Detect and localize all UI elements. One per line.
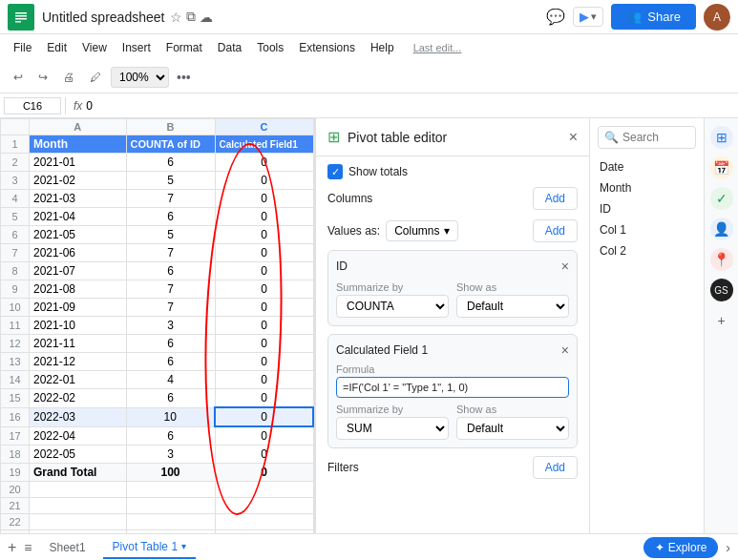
doc-title[interactable]: Untitled spreadsheet [42, 10, 164, 25]
count-cell[interactable]: 4 [126, 371, 215, 389]
month-cell[interactable]: 2021-09 [30, 299, 127, 317]
menu-extensions[interactable]: Extensions [293, 39, 361, 56]
field-id[interactable]: ID [598, 198, 696, 219]
sidebar-icon-add[interactable]: + [710, 309, 733, 332]
count-cell[interactable]: 7 [126, 299, 215, 317]
id-show-as-select[interactable]: Default [456, 295, 569, 318]
calc-cell[interactable]: 0 [215, 426, 313, 446]
month-cell[interactable]: 2021-05 [30, 226, 127, 244]
count-cell[interactable]: 10 [126, 407, 215, 426]
month-cell[interactable]: 2021-01 [30, 154, 127, 172]
month-cell[interactable]: 2021-11 [30, 335, 127, 353]
sheet-tab-pivot1[interactable]: Pivot Table 1 ▾ [103, 536, 197, 559]
menu-view[interactable]: View [76, 39, 113, 56]
right-arrow-icon[interactable]: › [726, 540, 730, 555]
count-cell[interactable]: 6 [126, 262, 215, 280]
formula-input-field[interactable]: =IF('Col 1' = "Type 1", 1, 0) [336, 377, 569, 398]
month-cell[interactable]: 2022-05 [30, 446, 127, 464]
fields-search-box[interactable]: 🔍 [598, 126, 696, 149]
count-cell[interactable]: 3 [126, 446, 215, 464]
calc-cell[interactable]: 0 [215, 262, 313, 280]
format-button[interactable]: 🖊 [84, 68, 107, 87]
print-button[interactable]: 🖨 [57, 68, 80, 87]
id-summarize-select[interactable]: COUNTA [336, 295, 449, 318]
menu-help[interactable]: Help [365, 39, 400, 56]
calc-cell[interactable]: 0 [215, 335, 313, 353]
month-cell[interactable]: 2021-08 [30, 280, 127, 299]
sheet-list-icon[interactable]: ≡ [24, 540, 32, 555]
month-cell[interactable]: 2021-10 [30, 317, 127, 335]
share-button[interactable]: 👥 Share [611, 4, 696, 30]
menu-format[interactable]: Format [160, 39, 208, 56]
count-cell[interactable]: 7 [126, 244, 215, 262]
calc-cell[interactable]: 0 [215, 389, 313, 408]
calc-cell[interactable]: 0 [215, 371, 313, 389]
menu-insert[interactable]: Insert [116, 39, 157, 56]
menu-data[interactable]: Data [212, 39, 247, 56]
calc-cell[interactable]: 0 [215, 407, 313, 426]
cell-reference-input[interactable]: C16 [4, 97, 61, 114]
count-cell[interactable]: 5 [126, 172, 215, 190]
more-options-icon[interactable]: ••• [177, 70, 191, 85]
sheet-tab-sheet1[interactable]: Sheet1 [40, 537, 95, 558]
pivot-close-button[interactable]: × [569, 129, 578, 146]
count-cell[interactable]: 6 [126, 426, 215, 446]
month-cell[interactable]: 2021-02 [30, 172, 127, 190]
calc-cell[interactable]: 0 [215, 226, 313, 244]
formula-input[interactable] [86, 99, 734, 113]
count-cell[interactable]: 6 [126, 208, 215, 226]
meet-btn[interactable]: ▶ ▾ [573, 7, 603, 27]
values-add-button[interactable]: Add [533, 219, 578, 242]
filters-add-button[interactable]: Add [533, 456, 578, 479]
show-totals-checkbox[interactable] [327, 164, 343, 179]
add-sheet-button[interactable]: + [8, 539, 16, 556]
count-cell[interactable]: 7 [126, 190, 215, 208]
sidebar-icon-calendar[interactable]: 📅 [710, 156, 733, 179]
calc-cell[interactable]: 0 [215, 299, 313, 317]
field-col1[interactable]: Col 1 [598, 219, 696, 240]
field-date[interactable]: Date [598, 156, 696, 177]
id-card-close-button[interactable]: × [561, 259, 569, 274]
zoom-selector[interactable]: 100% [111, 67, 169, 88]
sidebar-icon-check[interactable]: ✓ [710, 187, 733, 210]
calc-cell[interactable]: 0 [215, 208, 313, 226]
cloud-icon[interactable]: ☁ [200, 10, 213, 25]
field-month[interactable]: Month [598, 177, 696, 198]
last-edit[interactable]: Last edit... [408, 40, 468, 55]
calc-cell[interactable]: 0 [215, 172, 313, 190]
calc-cell[interactable]: 0 [215, 190, 313, 208]
values-as-dropdown[interactable]: Columns ▾ [386, 220, 457, 241]
avatar[interactable]: A [704, 4, 730, 31]
calc-cell[interactable]: 0 [215, 280, 313, 299]
folder-icon[interactable]: ⧉ [186, 9, 196, 25]
explore-button[interactable]: ✦ Explore [643, 537, 719, 558]
month-cell[interactable]: 2021-07 [30, 262, 127, 280]
fields-search-input[interactable] [622, 131, 689, 144]
menu-edit[interactable]: Edit [41, 39, 73, 56]
month-cell[interactable]: 2021-12 [30, 353, 127, 371]
col-c-header[interactable]: C [215, 119, 313, 135]
month-cell[interactable]: 2021-04 [30, 208, 127, 226]
month-cell[interactable]: 2022-01 [30, 371, 127, 389]
chat-icon[interactable]: 💬 [546, 8, 565, 26]
menu-tools[interactable]: Tools [251, 39, 289, 56]
month-cell[interactable]: 2021-06 [30, 244, 127, 262]
count-cell[interactable]: 6 [126, 335, 215, 353]
sidebar-icon-user2[interactable]: GS [710, 279, 733, 301]
sidebar-icon-person[interactable]: 👤 [710, 218, 733, 240]
calc-cell[interactable]: 0 [215, 317, 313, 335]
sidebar-icon-map[interactable]: 📍 [710, 248, 733, 271]
count-cell[interactable]: 7 [126, 280, 215, 299]
month-cell[interactable]: 2022-04 [30, 426, 127, 446]
field-col2[interactable]: Col 2 [598, 240, 696, 261]
star-icon[interactable]: ☆ [170, 10, 182, 25]
calc-cell[interactable]: 0 [215, 353, 313, 371]
menu-file[interactable]: File [8, 39, 37, 56]
undo-button[interactable]: ↩ [8, 68, 29, 87]
calc-cell[interactable]: 0 [215, 446, 313, 464]
calc-cell[interactable]: 0 [215, 154, 313, 172]
count-cell[interactable]: 3 [126, 317, 215, 335]
count-cell[interactable]: 5 [126, 226, 215, 244]
calc-show-as-select[interactable]: Default [456, 417, 569, 440]
col-b-header[interactable]: B [126, 119, 215, 135]
